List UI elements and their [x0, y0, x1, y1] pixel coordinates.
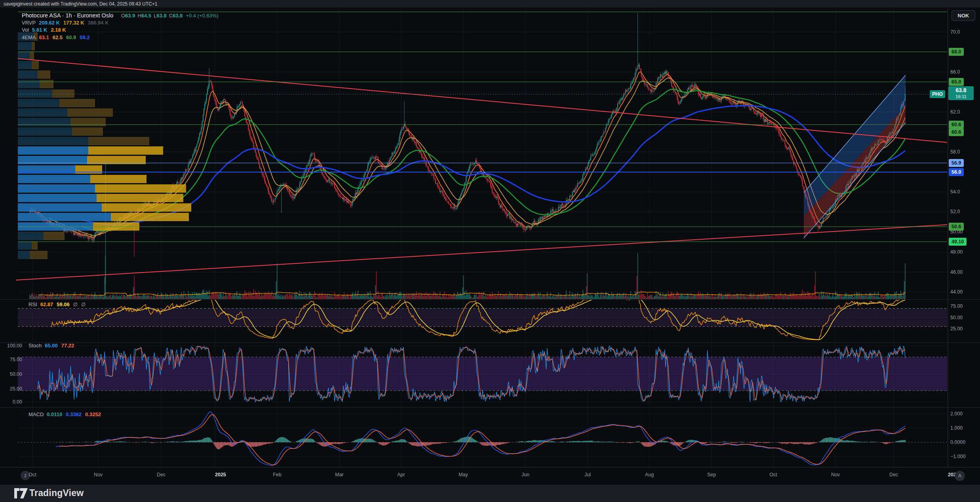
macd-pane: [18, 412, 947, 466]
grid: [18, 8, 948, 467]
time-axis-label: 2025: [215, 472, 226, 477]
indicator-value: 0.3252: [85, 411, 101, 417]
price-axis-tick: 46.00: [950, 269, 963, 275]
time-axis-label: Mar: [335, 472, 344, 477]
indicator-label: VRVP: [22, 20, 36, 26]
indicator-row-stoch[interactable]: Stoch65.0077.22: [29, 342, 78, 350]
indicator-value: 65.00: [45, 343, 58, 349]
ohlc-value: 63.9: [125, 13, 135, 19]
ohlc-value: 64.5: [141, 13, 151, 19]
price-level-badge: 60.6: [949, 128, 964, 136]
time-axis-label: Dec: [157, 472, 166, 477]
macd-axis-tick: −1.000: [950, 454, 966, 459]
time-axis-label: Jun: [521, 472, 529, 477]
time-axis-label: Aug: [645, 472, 654, 477]
indicator-label: Vol: [22, 27, 29, 33]
price-axis-tick: 62.0: [950, 109, 960, 115]
price-axis[interactable]: NOK 70.066.062.058.054.052.050.0048.0046…: [948, 8, 980, 467]
symbol-title[interactable]: Photocure ASA · 1h · Euronext Oslo: [22, 12, 113, 19]
indicator-value: 177.32 K: [63, 20, 84, 26]
time-axis-label: May: [459, 472, 468, 477]
last-price-badge: 63.8 16:11: [948, 86, 974, 100]
price-level-badge: 65.0: [949, 78, 964, 86]
time-axis-label: Oct: [29, 472, 36, 477]
indicator-label: MACD: [29, 411, 44, 417]
ohlc-value: 63.8: [173, 13, 183, 19]
indicator-label: 4EMA: [22, 34, 36, 40]
indicator-row-rsi[interactable]: RSI62.8759.06∅∅: [29, 301, 89, 309]
time-axis-label: Dec: [889, 472, 898, 477]
indicator-value: 62.87: [40, 301, 53, 307]
macd-axis-tick: 2.000: [950, 411, 963, 417]
ohlc-values: O63.9H64.5L63.8C63.8+0.4 (+0.63%): [119, 13, 219, 19]
macd-axis-tick: 0.0000: [950, 439, 965, 445]
indicator-value: 0.3362: [66, 411, 82, 417]
stoch-axis-tick: 75.00: [2, 357, 22, 362]
trendline-down[interactable]: [18, 59, 947, 142]
indicator-value: 386.94 K: [88, 20, 109, 26]
indicator-row-volume[interactable]: Vol5.61 K2.18 K: [22, 27, 219, 34]
rsi-pane: [18, 296, 947, 340]
indicator-value: 77.22: [61, 343, 74, 349]
countdown-timer: 16:11: [948, 94, 974, 99]
stoch-axis-tick: 0.00: [2, 399, 22, 405]
price-axis-tick: 54.0: [950, 189, 960, 195]
ohlc-label: H: [137, 13, 141, 19]
ohlc-value: 63.8: [156, 13, 166, 19]
time-axis-label: Sep: [707, 472, 716, 477]
price-axis-tick: 66.0: [950, 69, 960, 75]
price-axis-tick: 52.0: [950, 209, 960, 214]
time-axis-label: Apr: [397, 472, 405, 477]
last-price-value: 63.8: [948, 87, 974, 94]
indicator-value: 209.62 K: [39, 20, 60, 26]
time-axis-label: Feb: [273, 472, 282, 477]
time-axis-label: Oct: [769, 472, 777, 477]
chart-canvas[interactable]: [0, 8, 980, 484]
tradingview-logo-text[interactable]: TradingView: [29, 488, 84, 498]
price-level-badge: 56.9: [949, 159, 964, 167]
tradingview-logo-icon[interactable]: [14, 488, 28, 500]
indicator-value: 5.61 K: [32, 27, 47, 33]
rsi-axis-tick: 50.00: [950, 315, 963, 320]
stoch-axis-tick: 50.00: [2, 371, 22, 377]
indicator-label: Stoch: [29, 343, 42, 349]
time-axis-label: Nov: [94, 472, 103, 477]
indicator-value: 59.06: [57, 301, 70, 307]
price-axis-tick: 48.00: [950, 249, 963, 255]
price-pane-legend: Photocure ASA · 1h · Euronext Oslo O63.9…: [22, 12, 219, 41]
autoscale-button[interactable]: A: [955, 471, 965, 481]
stoch-axis-tick: 100.00: [2, 343, 22, 349]
attribution-bar: savepiginvest created with TradingView.c…: [0, 0, 980, 8]
regression-channel[interactable]: [804, 75, 906, 238]
time-axis-label: Jul: [584, 472, 591, 477]
time-axis[interactable]: z OctNovDec2025FebMarAprMayJunJulAugSepO…: [0, 467, 980, 485]
indicator-row-4ema[interactable]: 4EMA63.162.560.959.2: [22, 34, 219, 42]
rsi-axis-tick: 75.00: [950, 303, 963, 309]
stoch-axis-tick: 25.00: [2, 386, 22, 392]
change-value: +0.4 (+0.63%): [186, 13, 218, 19]
ohlc-label: C: [169, 13, 173, 19]
symbol-title-row[interactable]: Photocure ASA · 1h · Euronext Oslo O63.9…: [22, 12, 219, 19]
indicator-value: 0.0110: [47, 411, 62, 417]
currency-button[interactable]: NOK: [951, 10, 975, 21]
ohlc-label: O: [121, 13, 125, 19]
price-axis-tick: 44.00: [950, 289, 963, 295]
indicator-row-vrvp[interactable]: VRVP209.62 K177.32 K386.94 K: [22, 19, 219, 27]
time-axis-label: Nov: [831, 472, 840, 477]
chart-area[interactable]: Photocure ASA · 1h · Euronext Oslo O63.9…: [0, 8, 980, 484]
attribution-text: savepiginvest created with TradingView.c…: [4, 1, 157, 7]
macd-axis-tick: 1.000: [950, 425, 963, 431]
rsi-axis-tick: 25.00: [950, 326, 963, 332]
price-level-badge: 60.6: [949, 121, 964, 129]
indicator-value: 62.5: [53, 34, 63, 40]
indicator-row-macd[interactable]: MACD0.01100.33620.3252: [29, 411, 105, 419]
price-level-badge: 49.10: [949, 238, 967, 246]
symbol-price-tag: PHO: [930, 90, 945, 98]
indicator-value: 60.9: [66, 34, 76, 40]
indicator-value: 2.18 K: [51, 27, 66, 33]
indicator-value: ∅: [81, 301, 86, 307]
price-axis-tick: 58.0: [950, 149, 960, 155]
price-level-badge: 50.6: [949, 223, 964, 231]
stoch-pane: [18, 346, 947, 402]
indicator-value: 59.2: [80, 34, 89, 40]
